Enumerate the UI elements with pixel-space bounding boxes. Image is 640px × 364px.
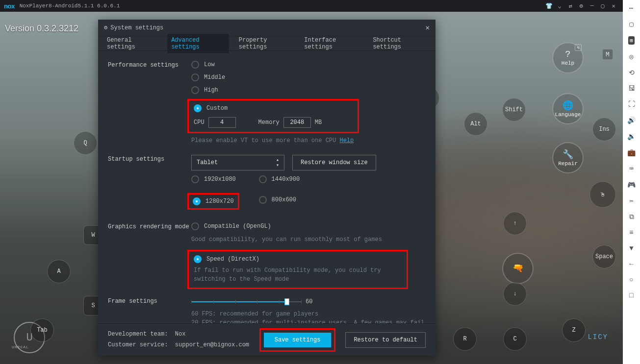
save-icon[interactable]: 🖫 [628, 85, 635, 93]
right-sidebar: ⋯ ▢ ⊞ ◎ ⟲ 🖫 ⛶ 🔊 🔉 💼 ⌨ 🎮 ✂ ⧉ ≡ ▼ ← ○ □ [623, 0, 640, 364]
arrow-up-icon[interactable]: ↑ [503, 212, 527, 235]
startup-label: Startup settings [108, 155, 191, 163]
res-800x600-radio[interactable]: 800x600 [259, 196, 300, 204]
dialog-footer: Development team: Nox Customer service: … [98, 323, 435, 356]
device-icon[interactable]: ▢ [629, 20, 633, 28]
opengl-desc: Good compatibility, you can run smoothly… [191, 235, 426, 244]
key-space[interactable]: Space [592, 245, 616, 268]
restore-default-button[interactable]: Restore to default [345, 332, 426, 348]
edit-icon[interactable]: ✎ [575, 44, 582, 51]
recent-icon[interactable]: □ [629, 291, 633, 299]
location-icon[interactable]: ◎ [629, 52, 633, 61]
save-settings-button[interactable]: Save settings [264, 333, 332, 347]
key-alt[interactable]: Alt [464, 112, 487, 136]
startup-select[interactable]: Tablet ▴▾ [191, 155, 284, 170]
shirt-icon[interactable]: 👕 [543, 2, 554, 10]
chevron-down-icon[interactable]: ⌄ [554, 2, 565, 10]
key-r[interactable]: R [453, 327, 477, 351]
perf-middle-radio[interactable]: Middle [191, 73, 426, 81]
scissors-icon[interactable]: ✂ [629, 197, 633, 205]
tab-general[interactable]: General settings [105, 34, 159, 53]
gamepad-icon[interactable]: 🎮 [627, 181, 636, 189]
memory-label: Memory [258, 119, 280, 126]
nox-logo: nox [4, 2, 15, 10]
close-icon[interactable]: ✕ [608, 2, 619, 10]
highlight-1280x720: 1280x720 [187, 193, 239, 210]
dialog-close-button[interactable]: ✕ [426, 24, 430, 32]
memory-input[interactable] [283, 117, 311, 128]
customer-service-label: Customer service: [108, 341, 168, 348]
maximize-icon[interactable]: ▢ [597, 2, 608, 10]
minimize-icon[interactable]: — [587, 2, 597, 9]
apps-icon[interactable]: ⊞ [628, 36, 635, 45]
key-tab[interactable]: Tab [30, 318, 54, 342]
performance-label: Performance settings [108, 61, 191, 69]
volume-up-icon[interactable]: 🔊 [627, 116, 636, 124]
res-1440x900-radio[interactable]: 1440x900 [259, 175, 300, 183]
copy-icon[interactable]: ⧉ [629, 213, 634, 221]
home-icon[interactable]: ○ [629, 276, 633, 284]
key-ins[interactable]: Ins [592, 118, 616, 141]
directx-desc: If fail to run with Compatibility mode, … [194, 266, 402, 284]
customer-service-value: support_en@bignox.com [175, 341, 249, 348]
key-m[interactable]: M [602, 49, 613, 60]
dev-team-value: Nox [175, 331, 186, 338]
unreal-label: UNREAL [12, 345, 29, 349]
key-c[interactable]: C [503, 327, 527, 351]
res-1280x720-radio[interactable]: 1280x720 [193, 197, 234, 205]
memory-unit: MB [315, 119, 322, 126]
key-shift[interactable]: Shift [502, 98, 526, 121]
tab-interface[interactable]: Interface settings [302, 34, 363, 53]
fps-value: 60 [306, 298, 312, 305]
dialog-title: System settings [110, 24, 163, 31]
fps-desc: 60 FPS: recommended for game players 20 … [191, 310, 426, 323]
tab-advanced[interactable]: Advanced settings [167, 34, 229, 53]
select-chevron-icon: ▴▾ [276, 158, 279, 168]
key-a[interactable]: A [47, 260, 71, 283]
down-icon[interactable]: ▼ [629, 244, 633, 252]
help-button[interactable]: ?Help✎ [552, 42, 584, 73]
more-icon[interactable]: ⋯ [629, 4, 634, 12]
back-icon[interactable]: ← [629, 260, 633, 268]
fps-slider[interactable] [191, 297, 302, 307]
rotate-icon[interactable]: ⟲ [629, 69, 635, 77]
highlight-directx: Speed (DirectX) If fail to run with Comp… [187, 250, 408, 289]
briefcase-icon[interactable]: 💼 [627, 148, 636, 157]
graphics-directx-radio[interactable]: Speed (DirectX) [194, 255, 402, 263]
key-q[interactable]: Q [74, 131, 97, 155]
restore-window-button[interactable]: Restore window size [292, 155, 376, 170]
repair-button[interactable]: 🔧Repair [552, 142, 584, 173]
language-button[interactable]: 🌐Language [552, 93, 584, 124]
res-1920x1080-radio[interactable]: 1920x1080 [191, 175, 239, 183]
perf-custom-radio[interactable]: Custom [194, 104, 353, 112]
share-icon[interactable]: ⇄ [565, 2, 576, 10]
graphics-label: Graphics rendering mode [108, 222, 191, 230]
fire-button[interactable]: 🔫 [502, 253, 534, 284]
game-version: Version 0.3.2.3212 [5, 24, 78, 34]
license-link[interactable]: LICY [588, 333, 608, 341]
frame-label: Frame settings [108, 297, 191, 305]
help-link[interactable]: Help [339, 137, 354, 144]
graphics-opengl-radio[interactable]: Compatible (OpenGL) [191, 222, 426, 230]
mouse-icon-button[interactable]: 🖱 [589, 181, 616, 208]
titlebar-text: NoxPlayer8-Android5.1.1 6.0.6.1 [20, 3, 120, 9]
globe-icon: 🌐 [563, 100, 573, 111]
gear-icon[interactable]: ⚙ [576, 2, 587, 10]
gun-icon: 🔫 [512, 263, 523, 273]
arrow-down-icon[interactable]: ↓ [503, 282, 527, 306]
wrench-icon: 🔧 [563, 149, 573, 160]
vt-hint: Please enable VT to use more than one CP… [191, 137, 426, 144]
perf-high-radio[interactable]: High [191, 86, 426, 94]
question-icon: ? [565, 49, 571, 59]
perf-low-radio[interactable]: Low [191, 61, 426, 69]
cpu-label: CPU [194, 119, 205, 126]
cpu-input[interactable] [208, 117, 236, 128]
keyboard-icon[interactable]: ⌨ [629, 165, 633, 173]
menu-icon[interactable]: ≡ [629, 229, 633, 237]
volume-down-icon[interactable]: 🔉 [627, 132, 636, 141]
fullscreen-icon[interactable]: ⛶ [628, 100, 635, 108]
key-z[interactable]: Z [562, 318, 586, 342]
tab-shortcut[interactable]: Shortcut settings [371, 34, 429, 53]
dialog-tabs: General settings Advanced settings Prope… [98, 36, 435, 51]
tab-property[interactable]: Property settings [237, 34, 295, 53]
